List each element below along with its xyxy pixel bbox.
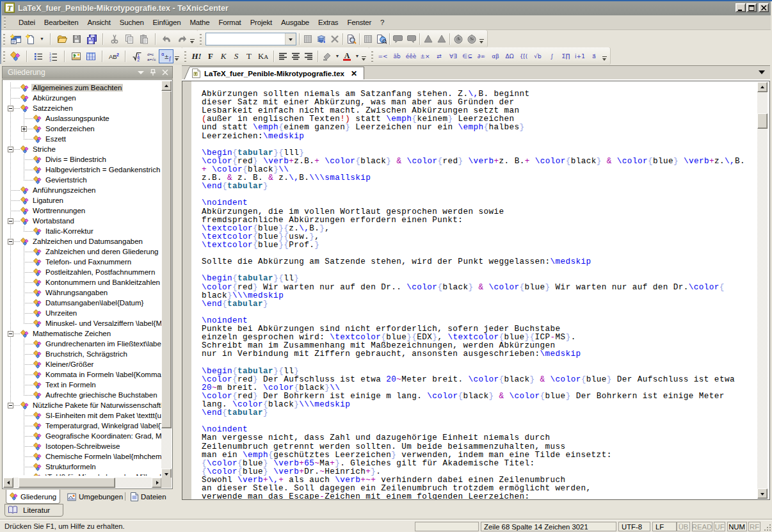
logic-button[interactable]: ∀∃: [446, 49, 460, 63]
font-color-dropdown-button[interactable]: ▼: [353, 49, 360, 63]
sqrt-button[interactable]: 12: [129, 49, 144, 63]
tree-item[interactable]: Grundrechenarten im Fließtext\label{Grun…: [3, 339, 161, 349]
errors-button[interactable]: [391, 32, 405, 46]
tree-collapse-button[interactable]: [8, 147, 13, 152]
menu-datei[interactable]: Datei: [14, 17, 40, 28]
smallcaps-button[interactable]: Kᴀ: [255, 49, 271, 63]
toolbar-grip-handle[interactable]: [371, 49, 374, 63]
accents2-button[interactable]: éêè: [404, 49, 418, 63]
tree-item[interactable]: Sonderzeichen: [3, 124, 161, 134]
tree-vertical-scrollbar[interactable]: [161, 81, 172, 479]
scroll-right-button[interactable]: [152, 478, 162, 488]
tree-item[interactable]: Worttrennungen: [3, 206, 161, 216]
code-line[interactable]: Leerzeichen:\medskip: [202, 133, 757, 141]
toolbar-grip-handle[interactable]: [184, 49, 187, 63]
stop-build-button[interactable]: [328, 32, 341, 46]
code-line[interactable]: Man vergesse nicht, dass Zahl und dazuge…: [202, 434, 757, 442]
menu-?[interactable]: ?: [376, 17, 389, 28]
scrollbar-thumb[interactable]: [161, 91, 172, 428]
tree-item[interactable]: Striche: [3, 144, 161, 154]
vector-button[interactable]: a⃗: [587, 49, 601, 63]
accents-button[interactable]: äḃ: [390, 49, 404, 63]
tree-item[interactable]: Auslassungspunkte: [3, 113, 161, 124]
new-project-button[interactable]: [8, 32, 22, 46]
tree-item[interactable]: Währungsangaben: [3, 287, 161, 298]
outline-pane-header[interactable]: Gliederung: [2, 66, 173, 79]
italic-button[interactable]: K: [217, 49, 230, 63]
code-line[interactable]: [202, 309, 757, 317]
toolbar-overflow-button[interactable]: [478, 32, 486, 46]
toolbar-grip-handle[interactable]: [3, 49, 6, 63]
pane-pin-button[interactable]: [148, 68, 158, 77]
open-button[interactable]: [54, 32, 69, 46]
tree-item[interactable]: SI-Einheiten mit dem Paket \texttt{units…: [3, 410, 161, 421]
prev-error-button[interactable]: [421, 32, 435, 46]
new-document-button[interactable]: [22, 32, 37, 46]
editor-selection-margin[interactable]: [182, 81, 191, 499]
structure-button[interactable]: [8, 49, 22, 63]
menu-ansicht[interactable]: Ansicht: [83, 17, 115, 28]
brackets-button[interactable]: {[(: [517, 49, 531, 63]
math-toolbar-button[interactable]: α±∫: [159, 49, 173, 63]
tree-collapse-button[interactable]: [8, 403, 13, 408]
tree-item[interactable]: Mathematische Zeichen: [3, 328, 161, 339]
code-line[interactable]: [202, 191, 757, 199]
tree-item[interactable]: Zahlzeichen und deren Gliederung: [3, 246, 161, 257]
save-all-button[interactable]: [84, 32, 99, 46]
pane-tab-umgebungen[interactable]: Umgebungen: [64, 490, 126, 504]
next-error-button[interactable]: [435, 32, 448, 46]
greek-upper-button[interactable]: ΔΩ: [503, 49, 517, 63]
tree-collapse-button[interactable]: [8, 106, 13, 111]
code-line[interactable]: Sollte die Abkürzung am Satzende stehen,…: [202, 258, 757, 266]
toolbar-grip-handle[interactable]: [199, 32, 202, 46]
code-line[interactable]: [202, 417, 757, 426]
tree-item[interactable]: Bruchstrich, Schrägstrich: [3, 349, 161, 359]
menu-format[interactable]: Format: [214, 17, 245, 28]
align-center-button[interactable]: [289, 49, 302, 63]
scroll-down-button[interactable]: [757, 488, 768, 499]
numbered-list-button[interactable]: 123: [45, 49, 60, 63]
stopwatch1-button[interactable]: [451, 32, 465, 46]
code-line[interactable]: Zeilenumbruch getrennt werden sollten. U…: [202, 443, 757, 451]
tree-expand-button[interactable]: [21, 126, 27, 132]
tree-item[interactable]: Temperaturgrad, Winkelgrad \label{Temper…: [3, 421, 161, 431]
code-line[interactable]: \color{red} Wir warten nur auf den Dr.. …: [202, 284, 757, 292]
tree-item[interactable]: Satzzeichen: [3, 103, 161, 113]
pane-menu-button[interactable]: [136, 68, 146, 77]
tree-item[interactable]: Wortabstand: [3, 216, 161, 226]
arrows-button[interactable]: ⇄: [432, 49, 446, 63]
menu-suchen[interactable]: Suchen: [115, 17, 149, 28]
tree-item[interactable]: Allgemeines zum Beachten: [3, 83, 161, 93]
equation-array-button[interactable]: d=ca=√c: [144, 49, 159, 63]
text-super-button[interactable]: AB2: [106, 49, 121, 63]
insert-table-button[interactable]: [83, 49, 98, 63]
view-output-button[interactable]: [344, 32, 358, 46]
tree-item[interactable]: \TuUß für Minuskeln und ... Millen. Indi…: [3, 472, 161, 476]
new-document-dropdown-button[interactable]: ▼: [37, 32, 46, 46]
sets-button[interactable]: ∈⊆: [460, 49, 474, 63]
typewriter-button[interactable]: T: [243, 49, 255, 63]
scroll-left-button[interactable]: [3, 478, 13, 488]
titlebar[interactable]: T LaTeX_fuer_Penible-Mikrotypografie.tex…: [1, 1, 771, 15]
roots-button[interactable]: √b: [531, 49, 545, 63]
integrals-button[interactable]: ∫: [545, 49, 559, 63]
tree-item[interactable]: Halbgeviertstrich = Gedankenstrich: [3, 165, 161, 175]
insert-image-button[interactable]: [68, 49, 83, 63]
operators-button[interactable]: ±×: [418, 49, 432, 63]
tree-collapse-button[interactable]: [8, 331, 13, 337]
code-line[interactable]: \textcolor{blue}{Prof.}: [202, 241, 757, 250]
pane-tab-dateien[interactable]: Dateien: [127, 490, 170, 504]
tree-horizontal-scrollbar[interactable]: [3, 478, 162, 488]
font-color-button[interactable]: A: [341, 49, 353, 63]
toolbar-overflow-button[interactable]: [173, 49, 181, 63]
tree-item[interactable]: Italic-Korrektur: [3, 226, 161, 236]
tree-collapse-button[interactable]: [8, 218, 13, 224]
tree-item[interactable]: Uhrzeiten: [3, 308, 161, 318]
tree-item[interactable]: Abkürzungen: [3, 93, 161, 103]
align-left-button[interactable]: [277, 49, 289, 63]
window-resize-grip[interactable]: [763, 523, 771, 531]
greek-lower-button[interactable]: αβ: [488, 49, 503, 63]
tree-item[interactable]: Divis = Bindestrich: [3, 154, 161, 165]
toolbar-overflow-button[interactable]: [601, 49, 609, 63]
document-tab-close-button[interactable]: ✕: [351, 69, 357, 78]
